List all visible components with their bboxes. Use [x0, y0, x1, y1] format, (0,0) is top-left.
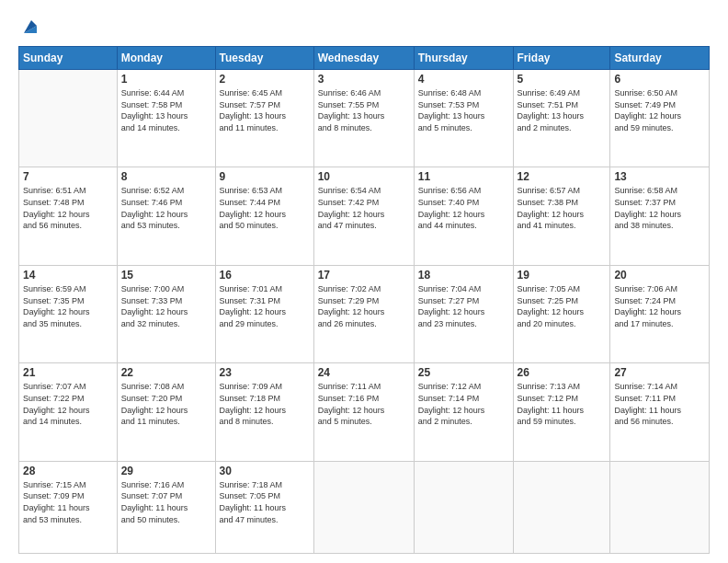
day-number: 21	[23, 366, 113, 379]
day-info: Sunrise: 7:00 AM Sunset: 7:33 PM Dayligh…	[121, 283, 211, 329]
calendar-week-3: 14Sunrise: 6:59 AM Sunset: 7:35 PM Dayli…	[19, 265, 710, 362]
day-info: Sunrise: 7:02 AM Sunset: 7:29 PM Dayligh…	[318, 283, 410, 329]
calendar-cell: 2Sunrise: 6:45 AM Sunset: 7:57 PM Daylig…	[215, 70, 313, 167]
calendar-cell: 22Sunrise: 7:08 AM Sunset: 7:20 PM Dayli…	[117, 363, 215, 461]
day-number: 20	[614, 269, 705, 282]
calendar-cell: 25Sunrise: 7:12 AM Sunset: 7:14 PM Dayli…	[414, 363, 513, 461]
day-number: 13	[614, 170, 705, 183]
calendar-cell: 28Sunrise: 7:15 AM Sunset: 7:09 PM Dayli…	[19, 461, 118, 553]
day-number: 4	[418, 73, 509, 86]
day-info: Sunrise: 7:01 AM Sunset: 7:31 PM Dayligh…	[220, 283, 310, 329]
col-header-saturday: Saturday	[610, 47, 710, 70]
calendar-cell: 21Sunrise: 7:07 AM Sunset: 7:22 PM Dayli…	[19, 363, 118, 461]
day-info: Sunrise: 7:16 AM Sunset: 7:07 PM Dayligh…	[121, 479, 211, 525]
day-number: 29	[121, 465, 211, 477]
day-number: 8	[121, 170, 211, 183]
day-number: 9	[220, 170, 310, 183]
col-header-wednesday: Wednesday	[313, 47, 414, 70]
day-number: 11	[418, 170, 509, 183]
day-number: 25	[418, 366, 509, 379]
calendar-cell: 3Sunrise: 6:46 AM Sunset: 7:55 PM Daylig…	[313, 70, 414, 167]
col-header-tuesday: Tuesday	[215, 47, 313, 70]
day-number: 16	[220, 269, 310, 282]
day-info: Sunrise: 6:58 AM Sunset: 7:37 PM Dayligh…	[614, 185, 705, 231]
calendar-cell: 9Sunrise: 6:53 AM Sunset: 7:44 PM Daylig…	[215, 167, 313, 265]
day-number: 17	[318, 269, 410, 282]
col-header-sunday: Sunday	[19, 47, 118, 70]
calendar-cell: 30Sunrise: 7:18 AM Sunset: 7:05 PM Dayli…	[215, 461, 313, 553]
day-number: 15	[121, 269, 211, 282]
day-info: Sunrise: 7:12 AM Sunset: 7:14 PM Dayligh…	[418, 381, 509, 427]
day-info: Sunrise: 7:13 AM Sunset: 7:12 PM Dayligh…	[518, 381, 607, 427]
day-number: 7	[23, 170, 113, 183]
col-header-thursday: Thursday	[414, 47, 513, 70]
day-number: 5	[518, 73, 607, 86]
day-number: 30	[220, 465, 310, 477]
day-info: Sunrise: 6:50 AM Sunset: 7:49 PM Dayligh…	[614, 87, 705, 133]
day-info: Sunrise: 6:53 AM Sunset: 7:44 PM Dayligh…	[220, 185, 310, 231]
col-header-monday: Monday	[117, 47, 215, 70]
calendar-cell: 26Sunrise: 7:13 AM Sunset: 7:12 PM Dayli…	[513, 363, 610, 461]
day-info: Sunrise: 7:15 AM Sunset: 7:09 PM Dayligh…	[23, 479, 113, 525]
day-info: Sunrise: 7:08 AM Sunset: 7:20 PM Dayligh…	[121, 381, 211, 427]
day-info: Sunrise: 6:56 AM Sunset: 7:40 PM Dayligh…	[418, 185, 509, 231]
calendar-cell	[313, 461, 414, 553]
logo	[18, 17, 40, 37]
header	[18, 17, 710, 37]
day-info: Sunrise: 7:05 AM Sunset: 7:25 PM Dayligh…	[518, 283, 607, 329]
day-info: Sunrise: 7:06 AM Sunset: 7:24 PM Dayligh…	[614, 283, 705, 329]
calendar-cell: 13Sunrise: 6:58 AM Sunset: 7:37 PM Dayli…	[610, 167, 710, 265]
day-info: Sunrise: 6:51 AM Sunset: 7:48 PM Dayligh…	[23, 185, 113, 231]
page: SundayMondayTuesdayWednesdayThursdayFrid…	[0, 0, 728, 563]
day-number: 23	[220, 366, 310, 379]
calendar-cell: 14Sunrise: 6:59 AM Sunset: 7:35 PM Dayli…	[19, 265, 118, 362]
day-info: Sunrise: 6:45 AM Sunset: 7:57 PM Dayligh…	[220, 87, 310, 133]
day-info: Sunrise: 7:07 AM Sunset: 7:22 PM Dayligh…	[23, 381, 113, 427]
calendar-cell: 24Sunrise: 7:11 AM Sunset: 7:16 PM Dayli…	[313, 363, 414, 461]
calendar-table: SundayMondayTuesdayWednesdayThursdayFrid…	[18, 46, 710, 554]
calendar-cell: 11Sunrise: 6:56 AM Sunset: 7:40 PM Dayli…	[414, 167, 513, 265]
day-info: Sunrise: 7:09 AM Sunset: 7:18 PM Dayligh…	[220, 381, 310, 427]
calendar-cell	[414, 461, 513, 553]
calendar-cell: 27Sunrise: 7:14 AM Sunset: 7:11 PM Dayli…	[610, 363, 710, 461]
day-number: 2	[220, 73, 310, 86]
day-number: 18	[418, 269, 509, 282]
col-header-friday: Friday	[513, 47, 610, 70]
day-number: 27	[614, 366, 705, 379]
day-number: 22	[121, 366, 211, 379]
day-number: 24	[318, 366, 410, 379]
day-number: 12	[518, 170, 607, 183]
day-number: 3	[318, 73, 410, 86]
calendar-cell: 5Sunrise: 6:49 AM Sunset: 7:51 PM Daylig…	[513, 70, 610, 167]
calendar-cell: 7Sunrise: 6:51 AM Sunset: 7:48 PM Daylig…	[19, 167, 118, 265]
day-info: Sunrise: 6:49 AM Sunset: 7:51 PM Dayligh…	[518, 87, 607, 133]
calendar-week-2: 7Sunrise: 6:51 AM Sunset: 7:48 PM Daylig…	[19, 167, 710, 265]
calendar-cell: 29Sunrise: 7:16 AM Sunset: 7:07 PM Dayli…	[117, 461, 215, 553]
calendar-cell: 17Sunrise: 7:02 AM Sunset: 7:29 PM Dayli…	[313, 265, 414, 362]
calendar-cell: 4Sunrise: 6:48 AM Sunset: 7:53 PM Daylig…	[414, 70, 513, 167]
calendar-cell: 20Sunrise: 7:06 AM Sunset: 7:24 PM Dayli…	[610, 265, 710, 362]
calendar-cell: 19Sunrise: 7:05 AM Sunset: 7:25 PM Dayli…	[513, 265, 610, 362]
day-info: Sunrise: 6:46 AM Sunset: 7:55 PM Dayligh…	[318, 87, 410, 133]
day-info: Sunrise: 7:18 AM Sunset: 7:05 PM Dayligh…	[220, 479, 310, 525]
day-info: Sunrise: 7:04 AM Sunset: 7:27 PM Dayligh…	[418, 283, 509, 329]
calendar-cell	[19, 70, 118, 167]
day-number: 14	[23, 269, 113, 282]
calendar-cell	[513, 461, 610, 553]
calendar-cell: 16Sunrise: 7:01 AM Sunset: 7:31 PM Dayli…	[215, 265, 313, 362]
calendar-header-row: SundayMondayTuesdayWednesdayThursdayFrid…	[19, 47, 710, 70]
day-info: Sunrise: 7:14 AM Sunset: 7:11 PM Dayligh…	[614, 381, 705, 427]
calendar-cell: 1Sunrise: 6:44 AM Sunset: 7:58 PM Daylig…	[117, 70, 215, 167]
calendar-cell: 23Sunrise: 7:09 AM Sunset: 7:18 PM Dayli…	[215, 363, 313, 461]
day-number: 26	[518, 366, 607, 379]
calendar-cell	[610, 461, 710, 553]
day-info: Sunrise: 7:11 AM Sunset: 7:16 PM Dayligh…	[318, 381, 410, 427]
day-info: Sunrise: 6:59 AM Sunset: 7:35 PM Dayligh…	[23, 283, 113, 329]
day-info: Sunrise: 6:44 AM Sunset: 7:58 PM Dayligh…	[121, 87, 211, 133]
calendar-week-1: 1Sunrise: 6:44 AM Sunset: 7:58 PM Daylig…	[19, 70, 710, 167]
day-info: Sunrise: 6:48 AM Sunset: 7:53 PM Dayligh…	[418, 87, 509, 133]
day-number: 6	[614, 73, 705, 86]
calendar-cell: 12Sunrise: 6:57 AM Sunset: 7:38 PM Dayli…	[513, 167, 610, 265]
calendar-cell: 8Sunrise: 6:52 AM Sunset: 7:46 PM Daylig…	[117, 167, 215, 265]
calendar-week-5: 28Sunrise: 7:15 AM Sunset: 7:09 PM Dayli…	[19, 461, 710, 553]
